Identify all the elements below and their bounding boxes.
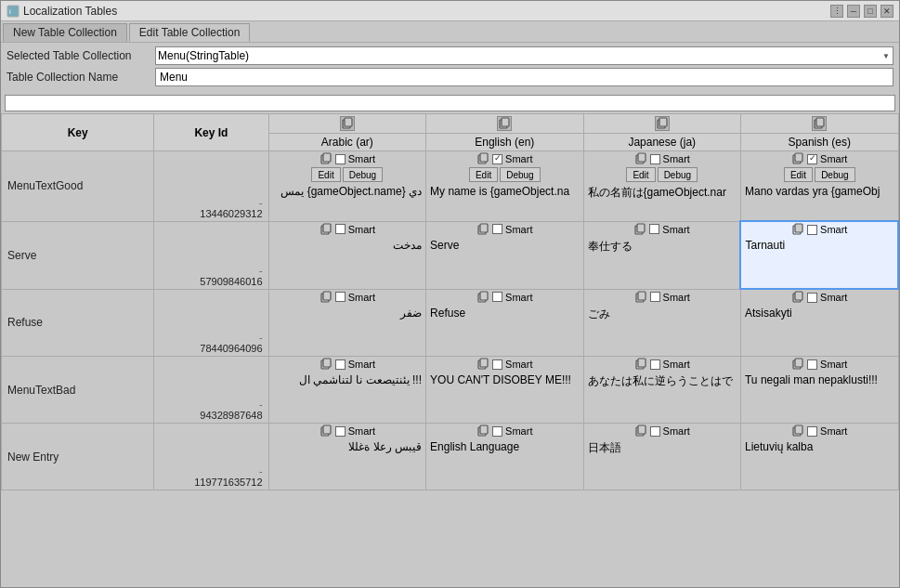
smart-checkbox-4-1[interactable] [492,426,502,437]
cell-text-1-2: 奉仕する [584,237,740,288]
maximize-btn[interactable]: □ [864,5,877,18]
cell-text-2-1: Refuse [426,305,582,356]
lang-cell-2-1: SmartRefuse [426,289,583,357]
edit-button-0-1[interactable]: Edit [469,167,498,182]
lang-cell-0-0: SmartEditDebugدي {gameObject.name} يمس [268,151,425,222]
svg-rect-25 [795,224,802,232]
cell-text-0-2: 私の名前は{gameObject.nar [584,183,740,220]
cell-text-3-0: !!! يئنتيصعت نا لتناشمي ال [269,372,425,423]
cell-text-1-0: مدخت [269,237,425,288]
copy-icon-cell-3-2[interactable] [634,358,647,371]
lang-cell-4-0: Smartقيبس رعلا ةغللا [268,424,425,490]
copy-icon-cell-1-0[interactable] [320,223,333,236]
smart-checkbox-2-3[interactable] [807,293,817,303]
key-cell-4: New Entry [2,424,154,490]
copy-icon-cell-2-3[interactable] [791,291,804,304]
smart-checkbox-3-3[interactable] [807,359,817,370]
edit-debug-row-0-3: EditDebug [741,166,898,183]
copy-icon-cell-1-2[interactable] [633,223,646,236]
copy-icon-ja[interactable] [655,116,670,131]
copy-icon-cell-4-0[interactable] [320,425,333,438]
copy-icon-ar[interactable] [340,116,355,131]
form-area: Selected Table Collection Menu(StringTab… [1,43,899,93]
smart-checkbox-2-0[interactable] [335,292,346,302]
copy-icon-cell-0-2[interactable] [634,152,647,165]
lang-cell-4-1: SmartEnglish Language [426,424,583,490]
smart-label-1-0: Smart [348,224,375,235]
table-name-row: Table Collection Name [7,68,893,86]
debug-button-0-0[interactable]: Debug [343,167,383,182]
tab-new-table-collection[interactable]: New Table Collection [3,23,127,42]
smart-checkbox-4-0[interactable] [335,426,346,437]
smart-checkbox-4-2[interactable] [650,426,660,437]
copy-icon-cell-1-3[interactable] [791,223,804,236]
edit-button-0-2[interactable]: Edit [626,167,655,182]
table-name-input[interactable] [155,68,893,86]
key-cell-0: MenuTextGood [2,151,154,222]
copy-icon-cell-4-2[interactable] [634,425,647,438]
table-row: MenuTextBad-94328987648 Smart!!! يئنتيصع… [2,357,899,424]
keyid-cell-0: -13446029312 [154,151,268,222]
smart-checkbox-1-2[interactable] [649,224,659,234]
svg-rect-13 [480,153,488,162]
smart-checkbox-0-2[interactable] [650,154,660,164]
copy-icon-cell-3-0[interactable] [320,358,333,371]
minimize-btn[interactable]: ─ [847,5,860,18]
menu-btn[interactable]: ⋮ [830,5,843,18]
copy-icon-es[interactable] [812,116,827,131]
edit-debug-row-0-2: EditDebug [584,166,740,183]
copy-icon-cell-3-3[interactable] [791,358,804,371]
table-row: New Entry-119771635712 Smartقيبس رعلا ةغ… [2,424,899,490]
copy-icon-cell-2-1[interactable] [476,291,489,304]
smart-checkbox-2-1[interactable] [492,292,502,302]
smart-checkbox-1-3[interactable] [807,225,817,235]
debug-button-0-2[interactable]: Debug [658,167,698,182]
table-container[interactable]: Key Key Id [1,113,899,587]
copy-icon-cell-0-0[interactable] [320,152,333,165]
edit-button-0-0[interactable]: Edit [311,167,340,182]
copy-icon-cell-2-2[interactable] [634,291,647,304]
smart-checkbox-4-3[interactable] [807,426,817,437]
key-cell-1: Serve [2,221,154,289]
lang-cell-0-3: ✓SmartEditDebugMano vardas yra {gameObj [740,151,898,222]
col-key-header: Key [2,114,154,151]
edit-debug-row-0-1: EditDebug [426,166,582,183]
copy-icon-cell-0-3[interactable] [791,152,804,165]
search-input[interactable] [5,95,895,111]
localization-table: Key Key Id [1,113,899,490]
lang-cell-1-1: SmartServe [426,221,583,289]
smart-checkbox-1-1[interactable] [492,224,502,234]
smart-label-3-0: Smart [348,359,375,370]
copy-icon-cell-0-1[interactable] [476,152,489,165]
smart-label-3-1: Smart [505,359,532,370]
lang-cell-1-2: Smart奉仕する [583,221,740,289]
smart-checkbox-0-1[interactable]: ✓ [492,154,502,164]
smart-checkbox-3-0[interactable] [335,359,346,370]
copy-icon-cell-1-1[interactable] [476,223,489,236]
copy-icon-en[interactable] [497,116,512,131]
copy-icon-cell-2-0[interactable] [320,291,333,304]
edit-button-0-3[interactable]: Edit [784,167,813,182]
svg-rect-43 [323,425,331,434]
debug-button-0-3[interactable]: Debug [815,167,854,182]
close-btn[interactable]: ✕ [880,5,893,18]
copy-icon-cell-3-1[interactable] [476,358,489,371]
smart-checkbox-2-2[interactable] [650,292,660,302]
svg-rect-3 [345,118,352,126]
cell-text-3-3: Tu negali man nepaklusti!!! [741,372,898,423]
svg-rect-19 [323,224,331,232]
smart-checkbox-1-0[interactable] [335,224,346,234]
smart-checkbox-0-3[interactable]: ✓ [807,154,817,164]
smart-checkbox-3-1[interactable] [492,359,502,370]
smart-checkbox-3-2[interactable] [650,359,660,370]
copy-icon-cell-4-1[interactable] [476,425,489,438]
tab-bar: New Table Collection Edit Table Collecti… [1,21,899,43]
selected-table-label: Selected Table Collection [7,49,155,62]
selected-table-select[interactable]: Menu(StringTable) [155,46,893,65]
svg-rect-11 [323,153,331,162]
debug-button-0-1[interactable]: Debug [500,167,540,182]
smart-checkbox-0-0[interactable] [335,154,346,164]
lang-header-ar: Arabic (ar) [268,114,425,151]
tab-edit-table-collection[interactable]: Edit Table Collection [129,23,251,42]
copy-icon-cell-4-3[interactable] [791,425,804,438]
